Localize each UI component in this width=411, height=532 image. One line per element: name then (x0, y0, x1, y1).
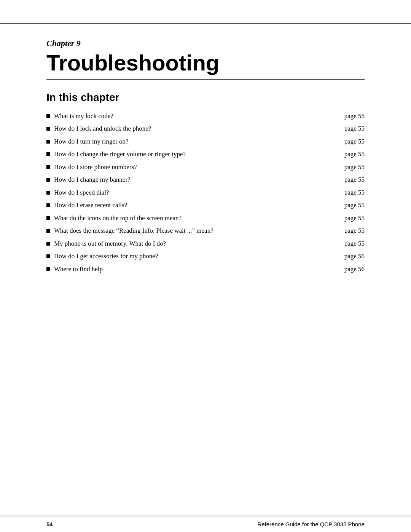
toc-item-page: page 55 (344, 175, 365, 185)
toc-item-page: page 55 (344, 149, 365, 159)
toc-item: What do the icons on the top of the scre… (46, 213, 365, 223)
bullet-icon (46, 216, 50, 220)
footer: 54 Reference Guide for the QCP 3035 Phon… (0, 516, 411, 532)
toc-item-page: page 55 (344, 200, 365, 210)
chapter-label-text: Chapter (46, 38, 74, 48)
bullet-icon (46, 114, 50, 118)
chapter-number-text: 9 (76, 38, 81, 48)
toc-item-left: How do I change the ringer volume or rin… (46, 149, 186, 159)
toc-item-page: page 55 (344, 239, 365, 249)
bullet-icon (46, 203, 50, 207)
toc-item-left: What do the icons on the top of the scre… (46, 213, 182, 223)
toc-item-page: page 55 (344, 213, 365, 223)
bullet-icon (46, 152, 50, 156)
bullet-icon (46, 178, 50, 182)
toc-item-text: Where to find help (54, 264, 103, 274)
toc-item-left: My phone is out of memory. What do I do? (46, 239, 166, 249)
toc-item: My phone is out of memory. What do I do?… (46, 239, 365, 249)
toc-item-left: Where to find help (46, 264, 103, 274)
toc-item-left: What does the message “Reading Info. Ple… (46, 226, 213, 236)
toc-item-page: page 55 (344, 226, 365, 236)
toc-item-text: My phone is out of memory. What do I do? (54, 239, 166, 249)
toc-list: What is my lock code?page 55How do I loc… (46, 111, 365, 274)
toc-item-page: page 55 (344, 111, 365, 121)
toc-item: How do I get accessories for my phone?pa… (46, 251, 365, 261)
toc-item-left: How do I lock and unlock the phone? (46, 124, 151, 134)
toc-item-left: How do I get accessories for my phone? (46, 251, 158, 261)
toc-item: How do I erase recent calls?page 55 (46, 200, 365, 210)
toc-item-left: How do I change my banner? (46, 175, 131, 185)
toc-item-text: How do I lock and unlock the phone? (54, 124, 151, 134)
toc-item-text: How do I turn my ringer on? (54, 137, 128, 147)
chapter-label: Chapter 9 (46, 38, 365, 48)
toc-item: What does the message “Reading Info. Ple… (46, 226, 365, 236)
toc-item-text: How do I store phone numbers? (54, 162, 137, 172)
section-heading: In this chapter (46, 91, 365, 104)
bullet-icon (46, 191, 50, 195)
toc-item: How do I store phone numbers?page 55 (46, 162, 365, 172)
bullet-icon (46, 140, 50, 144)
bullet-icon (46, 127, 50, 131)
toc-item: How do I lock and unlock the phone?page … (46, 124, 365, 134)
toc-item-left: How do I erase recent calls? (46, 200, 127, 210)
footer-page-number: 54 (46, 521, 53, 527)
toc-item-text: What is my lock code? (54, 111, 113, 121)
toc-item-page: page 56 (344, 251, 365, 261)
content-section: In this chapter What is my lock code?pag… (0, 80, 411, 516)
toc-item-page: page 55 (344, 137, 365, 147)
toc-item-left: How do I store phone numbers? (46, 162, 137, 172)
toc-item-text: How do I speed dial? (54, 188, 109, 198)
bullet-icon (46, 242, 50, 246)
toc-item: How do I turn my ringer on?page 55 (46, 137, 365, 147)
toc-item-left: How do I turn my ringer on? (46, 137, 128, 147)
toc-item-text: How do I get accessories for my phone? (54, 251, 158, 261)
bullet-icon (46, 267, 50, 271)
toc-item-text: How do I erase recent calls? (54, 200, 127, 210)
chapter-title: Troubleshooting (46, 51, 365, 75)
toc-item-text: How do I change the ringer volume or rin… (54, 149, 186, 159)
toc-item-text: How do I change my banner? (54, 175, 131, 185)
header-section: Chapter 9 Troubleshooting (0, 24, 411, 80)
toc-item-page: page 56 (344, 264, 365, 274)
toc-item: How do I change my banner?page 55 (46, 175, 365, 185)
toc-item: How do I change the ringer volume or rin… (46, 149, 365, 159)
toc-item: Where to find helppage 56 (46, 264, 365, 274)
page-container: Chapter 9 Troubleshooting In this chapte… (0, 0, 411, 532)
footer-document-title: Reference Guide for the QCP 3035 Phone (257, 521, 365, 527)
toc-item: How do I speed dial?page 55 (46, 188, 365, 198)
bullet-icon (46, 229, 50, 233)
toc-item-page: page 55 (344, 124, 365, 134)
toc-item-text: What do the icons on the top of the scre… (54, 213, 182, 223)
toc-item-page: page 55 (344, 162, 365, 172)
toc-item-left: How do I speed dial? (46, 188, 109, 198)
toc-item-text: What does the message “Reading Info. Ple… (54, 226, 213, 236)
bullet-icon (46, 165, 50, 169)
toc-item-page: page 55 (344, 188, 365, 198)
toc-item: What is my lock code?page 55 (46, 111, 365, 121)
toc-item-left: What is my lock code? (46, 111, 113, 121)
bullet-icon (46, 254, 50, 258)
